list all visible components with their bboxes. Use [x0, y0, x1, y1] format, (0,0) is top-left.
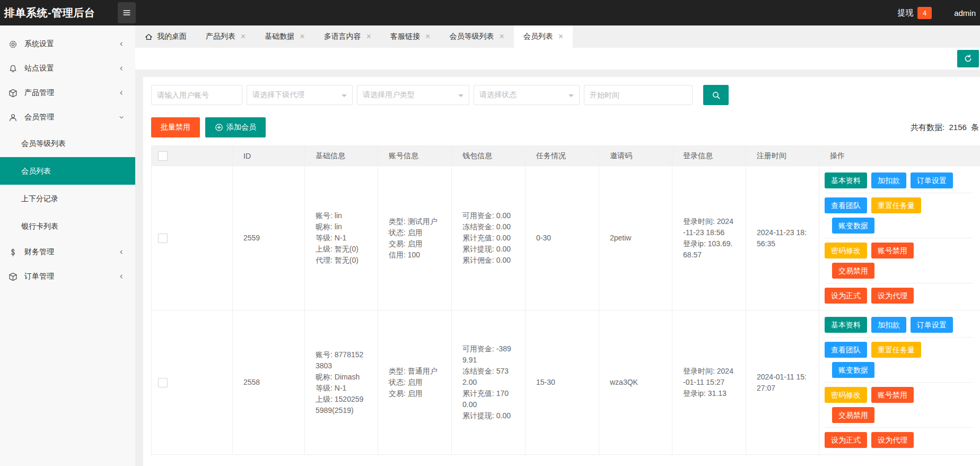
toolbar [135, 48, 980, 70]
adjust-balance-button[interactable]: 加扣款 [871, 317, 906, 333]
cell-login-info: 登录时间: 2024-01-11 15:27登录ip: 31.13 [672, 310, 746, 455]
op-line: 密码修改账号禁用 [825, 243, 973, 258]
row-checkbox[interactable] [158, 234, 168, 243]
sidebar-subitem[interactable]: 会员等级列表 [0, 130, 135, 157]
order-settings-button[interactable]: 订单设置 [911, 317, 953, 333]
cell-id: 2559 [233, 166, 305, 310]
withdraw-link[interactable]: 提现 [897, 8, 913, 18]
disable-account-button[interactable]: 账号禁用 [871, 387, 914, 403]
cell-wallet-info: 可用资金: -3899.91冻结资金: 5732.00累计充值: 1700.00… [452, 310, 526, 455]
select-all-checkbox[interactable] [158, 151, 168, 161]
cell-invite-code: wza3QK [599, 310, 672, 455]
cell-invite-code: 2petiw [599, 166, 672, 310]
tab[interactable]: 我的桌面 [135, 25, 196, 48]
cell-task-value: 0-30 [536, 232, 588, 244]
user-type-select-placeholder: 请选择用户类型 [363, 90, 415, 100]
table-row: 2559账号: lin昵称: lin等级: N-1上级: 暂无(0)代理: 暂无… [152, 166, 980, 310]
cell-account-info: 类型: 测试用户状态: 启用交易: 启用信用: 100 [378, 166, 452, 310]
disable-trade-button[interactable]: 交易禁用 [832, 407, 874, 423]
row-checkbox[interactable] [158, 378, 168, 387]
sidebar-item[interactable]: 会员管理 [0, 105, 135, 130]
set-agent-button[interactable]: 设为代理 [871, 288, 914, 304]
chevron-left-icon [118, 65, 125, 72]
search-button[interactable] [703, 85, 729, 105]
sidebar-item[interactable]: 产品管理 [0, 81, 135, 105]
account-search-input[interactable] [151, 85, 242, 105]
change-password-button[interactable]: 密码修改 [825, 387, 867, 403]
cell-line: 可用资金: -3899.91 [462, 343, 514, 366]
tab[interactable]: 产品列表× [196, 25, 255, 48]
sidebar-item[interactable]: 财务管理 [0, 240, 135, 264]
sidebar-item[interactable]: 系统设置 [0, 32, 135, 56]
view-team-button[interactable]: 查看团队 [825, 342, 867, 358]
change-password-button[interactable]: 密码修改 [825, 243, 867, 258]
cell-line: 登录ip: 31.13 [683, 388, 735, 399]
tab[interactable]: 基础数据× [255, 25, 314, 48]
close-icon[interactable]: × [425, 32, 430, 41]
add-member-label: 添加会员 [226, 123, 256, 132]
op-group: 查看团队重置任务量账变数据 [825, 193, 973, 238]
table-header-row: ID基础信息账号信息钱包信息任务情况邀请码登录信息注册时间操作 [152, 146, 980, 166]
order-settings-button[interactable]: 订单设置 [911, 172, 953, 188]
set-official-button[interactable]: 设为正式 [825, 288, 867, 304]
cell-register-time: 2024-01-11 15:27:07 [746, 310, 819, 455]
sidebar-subitem[interactable]: 上下分记录 [0, 185, 135, 212]
basic-profile-button[interactable]: 基本资料 [825, 317, 867, 333]
withdraw-count-badge[interactable]: 4 [917, 7, 932, 19]
batch-disable-button[interactable]: 批量禁用 [151, 117, 200, 137]
close-icon[interactable]: × [499, 32, 504, 41]
reset-task-button[interactable]: 重置任务量 [871, 197, 921, 213]
adjust-balance-button[interactable]: 加扣款 [871, 172, 906, 188]
cell-id: 2558 [233, 310, 305, 455]
tab[interactable]: 多语言内容× [314, 25, 381, 48]
search-icon [712, 91, 721, 100]
cell-line: 类型: 普通用户 [389, 366, 441, 377]
cell-invite-code-value: wza3QK [610, 377, 661, 388]
sidebar-subitem[interactable]: 会员列表 [0, 157, 135, 185]
sidebar-item[interactable]: 站点设置 [0, 56, 135, 81]
sidebar-toggle-button[interactable] [118, 2, 136, 23]
refresh-button[interactable] [957, 50, 979, 67]
close-icon[interactable]: × [300, 32, 304, 41]
tab[interactable]: 客服链接× [381, 25, 440, 48]
basic-profile-button[interactable]: 基本资料 [825, 172, 867, 188]
tab-label: 产品列表 [206, 32, 235, 41]
start-time-input[interactable] [584, 85, 693, 105]
app-title: 排单系统-管理后台 [0, 6, 115, 20]
sidebar-item[interactable]: 订单管理 [0, 264, 135, 289]
account-change-button[interactable]: 账变数据 [832, 218, 874, 234]
close-icon[interactable]: × [366, 32, 371, 41]
close-icon[interactable]: × [241, 32, 246, 41]
cube-icon [8, 89, 18, 98]
agent-select[interactable]: 请选择下级代理 [247, 85, 353, 105]
close-icon[interactable]: × [558, 32, 563, 41]
member-table-wrap: ID基础信息账号信息钱包信息任务情况邀请码登录信息注册时间操作2559账号: l… [151, 145, 980, 455]
reset-task-button[interactable]: 重置任务量 [871, 342, 921, 358]
header-right: 提现 4 admin [897, 7, 980, 19]
sidebar-item-label: 系统设置 [24, 39, 54, 49]
sidebar-subitem[interactable]: 银行卡列表 [0, 212, 135, 240]
op-line: 设为正式设为代理 [825, 432, 973, 448]
cell-line: 类型: 测试用户 [389, 216, 441, 227]
view-team-button[interactable]: 查看团队 [825, 197, 867, 213]
op-line: 账变数据 [825, 218, 973, 234]
menu-icon [122, 8, 132, 18]
username[interactable]: admin [954, 8, 976, 18]
cell-line: 冻结资金: 0.00 [462, 221, 514, 232]
tab[interactable]: 会员等级列表× [440, 25, 513, 48]
set-official-button[interactable]: 设为正式 [825, 432, 867, 448]
cell-basic-info: 账号: 87781523803昵称: Dimash等级: N-1上级: 1520… [305, 310, 378, 455]
add-member-button[interactable]: 添加会员 [205, 117, 266, 137]
cell-register-time: 2024-11-23 18:56:35 [746, 166, 819, 310]
set-agent-button[interactable]: 设为代理 [871, 432, 914, 448]
cell-line: 交易: 启用 [389, 238, 441, 249]
cell-task: 15-30 [526, 310, 599, 455]
tab[interactable]: 会员列表× [514, 25, 573, 48]
user-type-select[interactable]: 请选择用户类型 [357, 85, 469, 105]
status-select[interactable]: 请选择状态 [474, 85, 580, 105]
account-change-button[interactable]: 账变数据 [832, 362, 874, 378]
disable-account-button[interactable]: 账号禁用 [871, 243, 914, 258]
column-header: 任务情况 [526, 146, 599, 166]
disable-trade-button[interactable]: 交易禁用 [832, 263, 874, 279]
cell-register-time-value: 2024-01-11 15:27:07 [757, 372, 808, 394]
